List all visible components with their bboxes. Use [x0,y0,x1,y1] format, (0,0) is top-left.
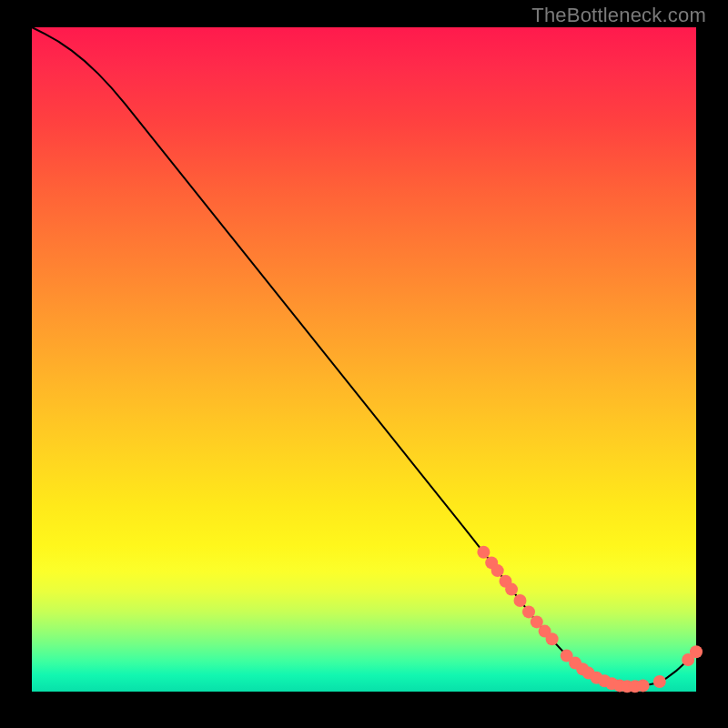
marker-point [491,564,504,577]
marker-point [505,583,518,596]
plot-area [32,27,696,692]
chart-stage: TheBottleneck.com [0,0,728,728]
marker-point [522,605,535,618]
marker-point [653,675,666,688]
marker-point [514,594,527,607]
marker-point [546,632,559,645]
curve-markers [477,546,703,693]
marker-point [477,546,490,559]
attribution-label: TheBottleneck.com [531,4,706,27]
chart-svg [32,27,696,692]
marker-point [690,645,703,658]
curve-line [32,27,696,685]
marker-point [637,679,650,692]
